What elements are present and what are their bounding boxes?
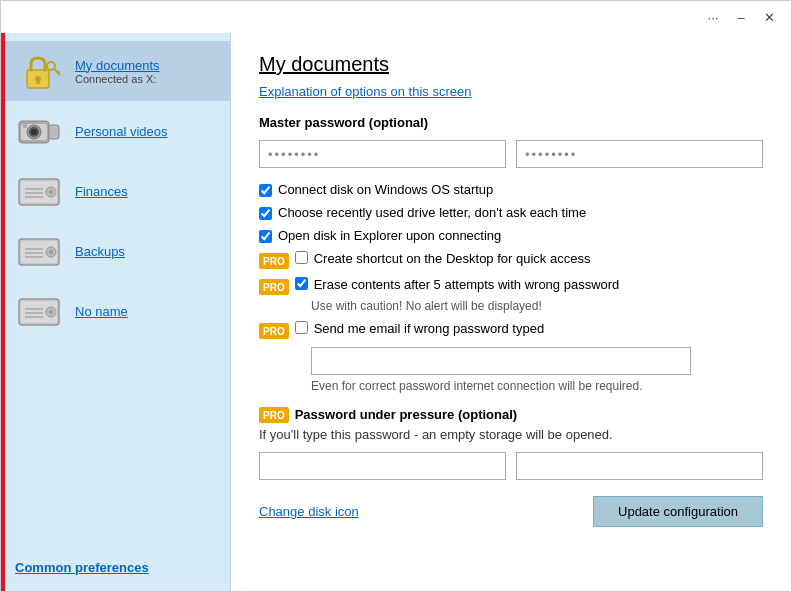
sidebar-item-finances-text: Finances — [75, 184, 128, 199]
close-button[interactable]: ✕ — [755, 6, 783, 28]
svg-line-5 — [58, 71, 60, 73]
svg-rect-2 — [37, 79, 40, 84]
email-note: Even for correct password internet conne… — [311, 379, 763, 393]
more-button[interactable]: ··· — [699, 6, 727, 28]
hdd-icon-finances — [15, 171, 63, 211]
sidebar-item-personal-videos[interactable]: Personal videos — [1, 101, 230, 161]
sidebar-bottom: Common preferences — [1, 560, 230, 575]
hdd-icon-backups — [15, 231, 63, 271]
master-password-label: Master password (optional) — [259, 115, 763, 130]
sidebar-item-my-documents-sublabel: Connected as X: — [75, 73, 160, 85]
checkbox-row-connect-startup: Connect disk on Windows OS startup — [259, 182, 763, 197]
sidebar-item-my-documents-label: My documents — [75, 58, 160, 73]
sidebar-item-backups[interactable]: Backups — [1, 221, 230, 281]
sidebar-item-personal-videos-label: Personal videos — [75, 124, 168, 139]
hdd-icon-no-name — [15, 291, 63, 331]
create-shortcut-checkbox[interactable] — [295, 251, 308, 264]
pressure-inputs-row — [259, 452, 763, 480]
svg-point-3 — [47, 62, 55, 70]
email-input-row — [311, 347, 763, 375]
pro-badge-shortcut: PRO — [259, 253, 289, 269]
sidebar-item-no-name[interactable]: No name — [1, 281, 230, 341]
lock-icon — [15, 51, 63, 91]
recently-used-checkbox[interactable] — [259, 207, 272, 220]
svg-point-16 — [49, 190, 53, 194]
explanation-link[interactable]: Explanation of options on this screen — [259, 84, 763, 99]
sidebar-item-backups-text: Backups — [75, 244, 125, 259]
sidebar-item-my-documents[interactable]: My documents Connected as X: — [1, 41, 230, 101]
bottom-actions: Change disk icon Update configuration — [259, 496, 763, 527]
sidebar-item-my-documents-text: My documents Connected as X: — [75, 58, 160, 85]
content-area: My documents Explanation of options on t… — [231, 33, 791, 591]
pressure-desc: If you'll type this password - an empty … — [259, 427, 763, 442]
sidebar-item-personal-videos-text: Personal videos — [75, 124, 168, 139]
connect-startup-checkbox[interactable] — [259, 184, 272, 197]
minimize-button[interactable]: – — [727, 6, 755, 28]
camera-icon — [15, 111, 63, 151]
send-email-checkbox[interactable] — [295, 321, 308, 334]
email-input[interactable] — [311, 347, 691, 375]
sidebar-item-no-name-text: No name — [75, 304, 128, 319]
main-window: ··· – ✕ — [0, 0, 792, 592]
erase-contents-checkbox[interactable] — [295, 277, 308, 290]
change-disk-icon-link[interactable]: Change disk icon — [259, 504, 359, 519]
svg-point-30 — [49, 310, 53, 314]
password-row — [259, 140, 763, 168]
svg-point-10 — [31, 129, 37, 135]
send-email-label: Send me email if wrong password typed — [314, 321, 545, 336]
master-password-input[interactable] — [259, 140, 506, 168]
update-configuration-button[interactable]: Update configuration — [593, 496, 763, 527]
erase-warning-note: Use with caution! No alert will be displ… — [311, 299, 763, 313]
erase-contents-label: Erase contents after 5 attempts with wro… — [314, 277, 620, 292]
recently-used-label: Choose recently used drive letter, don't… — [278, 205, 586, 220]
sidebar-item-finances-label: Finances — [75, 184, 128, 199]
titlebar: ··· – ✕ — [1, 1, 791, 33]
pro-row-erase-contents: PRO Erase contents after 5 attempts with… — [259, 277, 763, 295]
pro-badge-erase: PRO — [259, 279, 289, 295]
pro-badge-email: PRO — [259, 323, 289, 339]
main-layout: My documents Connected as X: — [1, 33, 791, 591]
svg-rect-12 — [23, 124, 27, 128]
checkbox-row-recently-used: Choose recently used drive letter, don't… — [259, 205, 763, 220]
pressure-password-input[interactable] — [259, 452, 506, 480]
pressure-password-confirm-input[interactable] — [516, 452, 763, 480]
open-explorer-checkbox[interactable] — [259, 230, 272, 243]
open-explorer-label: Open disk in Explorer upon connecting — [278, 228, 501, 243]
connect-startup-label: Connect disk on Windows OS startup — [278, 182, 493, 197]
sidebar-item-finances[interactable]: Finances — [1, 161, 230, 221]
checkbox-row-open-explorer: Open disk in Explorer upon connecting — [259, 228, 763, 243]
master-password-confirm-input[interactable] — [516, 140, 763, 168]
sidebar-item-backups-label: Backups — [75, 244, 125, 259]
pressure-title-row: PRO Password under pressure (optional) — [259, 405, 763, 423]
pressure-section: PRO Password under pressure (optional) I… — [259, 405, 763, 480]
pro-row-create-shortcut: PRO Create shortcut on the Desktop for q… — [259, 251, 763, 269]
pressure-title-text: Password under pressure (optional) — [295, 407, 518, 422]
svg-rect-11 — [49, 125, 59, 139]
svg-point-23 — [49, 250, 53, 254]
create-shortcut-label: Create shortcut on the Desktop for quick… — [314, 251, 591, 266]
page-title: My documents — [259, 53, 763, 76]
pro-badge-pressure: PRO — [259, 407, 289, 423]
common-preferences-link[interactable]: Common preferences — [15, 560, 149, 575]
pro-row-send-email: PRO Send me email if wrong password type… — [259, 321, 763, 339]
sidebar: My documents Connected as X: — [1, 33, 231, 591]
sidebar-item-no-name-label: No name — [75, 304, 128, 319]
